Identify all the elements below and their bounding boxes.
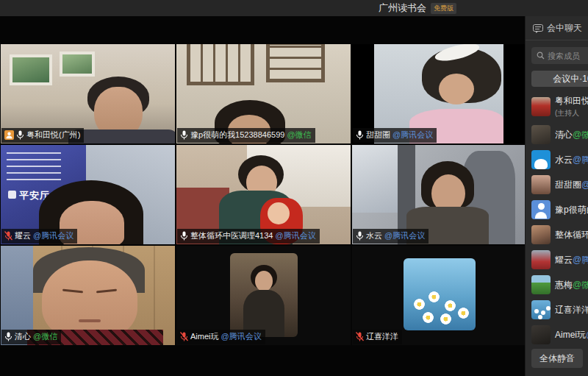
video-tile-active-speaker[interactable]: 整体循环中医调理4134@腾讯会议 (176, 145, 351, 244)
scene-art (440, 313, 451, 324)
member-role: (主持人 (555, 108, 588, 118)
member-platform: @腾讯会议 (581, 180, 588, 190)
panel-header-label: 会中聊天 (547, 22, 582, 35)
video-tile[interactable]: 清心@微信 (1, 246, 175, 345)
search-icon (537, 52, 545, 60)
mute-all-button[interactable]: 全体静音 (531, 349, 583, 368)
member-platform: @腾讯会议 (573, 155, 588, 165)
member-platform: @腾讯会议 (573, 255, 588, 265)
member-name: 甜甜圈@腾讯会议 (555, 179, 588, 191)
avatar (531, 225, 551, 244)
scene-art (68, 130, 175, 143)
scene-art (79, 319, 101, 322)
meeting-window: 广州读书会 免费版 粤和田悦(广州) (0, 0, 588, 376)
scene-art (445, 300, 456, 311)
video-tile[interactable]: Aimei玩@腾讯会议 (176, 246, 351, 345)
avatar (531, 175, 551, 194)
participant-platform: @微信 (33, 331, 57, 342)
scene-art (60, 52, 95, 77)
member-name: 辽喜洋洋 (555, 304, 588, 316)
participant-name: 水云 (366, 230, 382, 241)
scene-art (255, 271, 273, 291)
mic-on-icon (356, 231, 364, 241)
participant-label: 水云@腾讯会议 (353, 229, 429, 244)
profile-photo (404, 258, 476, 330)
chat-icon (533, 24, 543, 33)
free-version-badge: 免费版 (431, 3, 456, 14)
scene-art (439, 74, 474, 104)
member-item-host[interactable]: 粤和田悦(广州) (主持人 (526, 91, 588, 122)
video-tile[interactable]: 水云@腾讯会议 (352, 145, 526, 244)
host-badge-icon (4, 130, 14, 140)
participant-name: 耀云 (15, 230, 31, 241)
scene-art (10, 54, 52, 85)
meeting-title-group: 广州读书会 免费版 (379, 0, 456, 16)
participant-label: 豫p很萌的我15238846599@微信 (177, 128, 315, 143)
member-item[interactable]: 水云@腾讯会议 (526, 147, 588, 172)
avatar (531, 97, 551, 116)
video-tile[interactable]: 辽喜洋洋 (352, 246, 526, 345)
tab-in-meeting[interactable]: 会议中·10 (531, 71, 588, 87)
video-grid: 粤和田悦(广州) 豫p很萌的我15238846599@微信 (1, 44, 525, 345)
participant-name: 清心 (15, 331, 31, 342)
mic-on-icon (180, 231, 188, 241)
avatar (531, 325, 551, 344)
participant-platform: @腾讯会议 (33, 230, 74, 241)
members-panel-content: 会中聊天 会议中·10 粤和田悦(广州) (主持人 (526, 16, 588, 347)
participant-platform: @腾讯会议 (221, 331, 262, 342)
participant-name: 甜甜圈 (366, 130, 390, 141)
avatar (531, 275, 551, 294)
video-tile[interactable]: 豫p很萌的我15238846599@微信 (176, 44, 351, 143)
mic-muted-icon (356, 332, 364, 341)
member-item[interactable]: Aimei玩@腾讯会议 (526, 322, 588, 347)
video-tile[interactable]: 粤和田悦(广州) (1, 44, 175, 143)
participant-label: 整体循环中医调理4134@腾讯会议 (177, 229, 320, 244)
avatar (531, 150, 551, 169)
default-avatar (531, 200, 551, 219)
scene-art (7, 152, 61, 183)
member-name: 豫p很萌的我15238846599@微信 (555, 204, 588, 216)
member-name: 粤和田悦(广州) (555, 95, 588, 107)
member-item[interactable]: 甜甜圈@腾讯会议 (526, 172, 588, 197)
member-name: 清心@微信 (555, 129, 588, 141)
member-platform: @微信 (573, 130, 588, 140)
member-item[interactable]: 辽喜洋洋 (526, 297, 588, 322)
participant-name: 辽喜洋洋 (366, 331, 398, 342)
member-name: 水云@腾讯会议 (555, 154, 588, 166)
video-tile[interactable]: 平安厅 耀云@腾讯会议 (1, 145, 175, 244)
scene-art (42, 260, 137, 340)
scene-art (8, 191, 16, 199)
video-tile[interactable]: 甜甜圈@腾讯会议 (352, 44, 526, 143)
scene-art (423, 312, 434, 323)
avatar (531, 300, 551, 319)
video-area: 粤和田悦(广州) 豫p很萌的我15238846599@微信 (0, 16, 525, 376)
scene-art (268, 202, 290, 224)
member-item[interactable]: 惠梅@微信 (526, 272, 588, 297)
mic-on-icon (4, 332, 12, 341)
mic-muted-icon (180, 332, 188, 341)
scene-art (414, 299, 425, 310)
member-item[interactable]: 整体循环中医调理4134@腾讯会议 (526, 222, 588, 247)
member-item[interactable]: 豫p很萌的我15238846599@微信 (526, 197, 588, 222)
mic-on-icon (16, 130, 24, 140)
title-bar: 广州读书会 免费版 (0, 0, 588, 16)
member-item[interactable]: 耀云@腾讯会议 (526, 247, 588, 272)
member-search[interactable] (531, 47, 588, 64)
participant-name: 豫p很萌的我15238846599 (190, 130, 284, 141)
mic-on-icon (356, 130, 364, 140)
participant-label: 甜甜圈@腾讯会议 (353, 128, 437, 143)
participant-platform: @腾讯会议 (384, 230, 425, 241)
participant-name: 整体循环中医调理4134 (190, 230, 273, 241)
avatar (531, 125, 551, 144)
member-name: Aimei玩@腾讯会议 (555, 329, 588, 341)
mic-on-icon (180, 130, 188, 140)
participant-platform: @微信 (287, 130, 311, 141)
scene-art (429, 291, 440, 302)
member-name: 耀云@腾讯会议 (555, 254, 588, 266)
member-item[interactable]: 清心@微信 (526, 122, 588, 147)
panel-header: 会中聊天 (526, 16, 588, 40)
member-list: 粤和田悦(广州) (主持人 清心@微信 水云@腾讯会议 甜甜圈@腾讯会议 (526, 91, 588, 347)
participant-label: Aimei玩@腾讯会议 (177, 330, 265, 344)
participant-name: 粤和田悦(广州) (26, 130, 80, 141)
search-input[interactable] (548, 52, 588, 60)
